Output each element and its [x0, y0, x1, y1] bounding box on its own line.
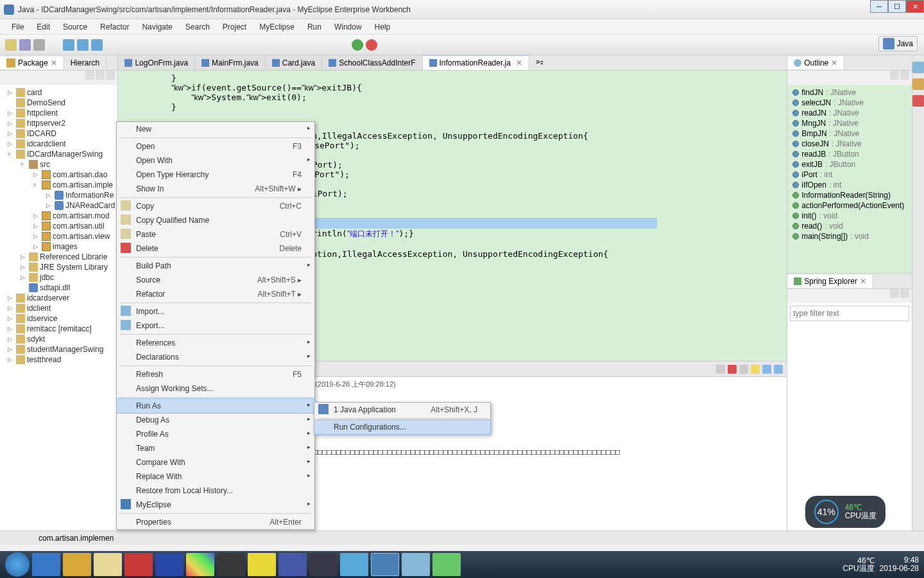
editor-tab[interactable]: SchoolClassAddInterF [322, 55, 422, 70]
tool-icon[interactable] [77, 39, 89, 51]
outline-item[interactable]: actionPerformed(ActionEvent) [790, 200, 909, 211]
outline-tree[interactable]: findJN : JNativeselectJN : JNativereadJN… [787, 85, 912, 273]
close-button[interactable]: ✕ [906, 0, 924, 13]
ctx-copy[interactable]: CopyCtrl+C [117, 199, 314, 213]
run-icon[interactable] [352, 39, 363, 51]
outline-item[interactable]: main(String[]) : void [790, 231, 909, 241]
ctx-profile-as[interactable]: Profile As▸ [117, 427, 314, 441]
package-tree[interactable]: ▷cardDemoSend▷httpclient▷httpserver2▷IDC… [0, 85, 117, 530]
ctx-import[interactable]: Import... [117, 304, 314, 319]
filter-icon[interactable] [900, 71, 909, 80]
ctx-open-type-hierarchy[interactable]: Open Type HierarchyF4 [117, 168, 314, 182]
tree-item[interactable]: ▷card [0, 87, 117, 98]
ctx-refactor[interactable]: RefactorAlt+Shift+T ▸ [117, 287, 314, 301]
save-icon[interactable] [19, 39, 31, 51]
tool-icon[interactable] [63, 39, 74, 51]
tree-item[interactable]: ▷images [0, 241, 117, 252]
ctx-myeclipse[interactable]: MyEclipse▸ [117, 498, 314, 512]
ctx-team[interactable]: Team▸ [117, 441, 314, 455]
spring-filter-input[interactable] [790, 306, 909, 321]
tree-item[interactable]: ▷com.artisan.dao [0, 170, 117, 180]
clear-icon[interactable] [751, 365, 760, 374]
ctx-references[interactable]: References▸ [117, 336, 314, 350]
menu-icon[interactable] [106, 71, 115, 80]
ctx-copy-qualified[interactable]: Copy Qualified Name [117, 213, 314, 227]
taskbar-app-icon[interactable] [309, 553, 338, 576]
ctx-run-as[interactable]: Run As▸ [116, 398, 315, 414]
link-icon[interactable] [900, 289, 909, 298]
perspective-switcher[interactable]: Java [878, 36, 918, 51]
menu-project[interactable]: Project [216, 22, 253, 31]
close-icon[interactable]: ✕ [51, 58, 57, 67]
outline-item[interactable]: readJB : JButton [790, 149, 909, 159]
ctx-open[interactable]: OpenF3 [117, 139, 314, 153]
ctx-open-with[interactable]: Open With▸ [117, 153, 314, 168]
scroll-icon[interactable] [762, 365, 771, 374]
ctx-properties[interactable]: PropertiesAlt+Enter [117, 515, 314, 529]
taskbar-app-icon[interactable] [248, 553, 276, 576]
tree-item[interactable]: ▿IDCardManagerSwing [0, 149, 117, 159]
hierarchy-tab[interactable]: Hierarch [64, 57, 107, 69]
tree-item[interactable]: ▷httpclient [0, 108, 117, 118]
fastview-icon[interactable] [912, 62, 924, 73]
taskbar-explorer-icon[interactable] [94, 553, 122, 576]
fastview-icon[interactable] [912, 95, 924, 107]
outline-item[interactable]: read() : void [790, 221, 909, 231]
menu-search[interactable]: Search [179, 22, 216, 31]
tree-item[interactable]: sdtapi.dll [0, 283, 117, 293]
ctx-restore[interactable]: Restore from Local History... [117, 484, 314, 498]
tree-item[interactable]: ▷idclient [0, 303, 117, 313]
tree-item[interactable]: ▷idservice [0, 313, 117, 324]
remove-icon[interactable] [728, 365, 737, 374]
tree-item[interactable]: ▷IDCARD [0, 128, 117, 139]
menu-source[interactable]: Source [56, 22, 94, 31]
submenu-java-application[interactable]: 1 Java ApplicationAlt+Shift+X, J [314, 403, 490, 417]
taskbar-app-icon[interactable] [124, 553, 153, 576]
ctx-debug-as[interactable]: Debug As▸ [117, 413, 314, 427]
package-tab[interactable]: Package ✕ [0, 57, 64, 69]
taskbar-app-icon[interactable] [217, 553, 245, 576]
taskbar-app-icon[interactable] [402, 553, 430, 576]
editor-tab[interactable]: MainFrm.java [195, 55, 266, 70]
sort-icon[interactable] [890, 71, 899, 80]
spring-tab[interactable]: Spring Explorer ✕ [787, 275, 873, 288]
taskbar-app-icon[interactable] [155, 553, 184, 576]
ctx-delete[interactable]: DeleteDelete [117, 241, 314, 256]
outline-item[interactable]: InformationReader(String) [790, 190, 909, 200]
tray-clock[interactable]: 9:48 2019-06-28 [880, 556, 919, 573]
editor-tab[interactable]: LogOnFrm.java [118, 55, 195, 70]
editor-tab[interactable]: Card.java [266, 55, 322, 70]
menu-file[interactable]: File [5, 22, 30, 31]
tree-item[interactable]: ▷com.artisan.util [0, 221, 117, 231]
ctx-source[interactable]: SourceAlt+Shift+S ▸ [117, 273, 314, 287]
outline-item[interactable]: MngJN : JNative [790, 118, 909, 128]
close-icon[interactable]: ✕ [860, 277, 866, 286]
tree-item[interactable]: ▷com.artisan.view [0, 231, 117, 241]
ctx-export[interactable]: Export... [117, 319, 314, 333]
ctx-new[interactable]: New▸ [117, 122, 314, 136]
terminate-icon[interactable] [716, 365, 725, 374]
tree-item[interactable]: ▿src [0, 159, 117, 170]
menu-run[interactable]: Run [301, 22, 328, 31]
tree-item[interactable]: ▷InformationRe [0, 190, 117, 200]
menu-navigate[interactable]: Navigate [135, 22, 178, 31]
fastview-icon[interactable] [912, 78, 924, 90]
removeall-icon[interactable] [739, 365, 748, 374]
close-icon[interactable]: ✕ [516, 58, 522, 67]
tree-item[interactable]: ▷remitacc [remitacc] [0, 324, 117, 334]
outline-item[interactable]: iPort : int [790, 170, 909, 180]
tree-item[interactable]: ▷httpserver2 [0, 118, 117, 128]
close-icon[interactable]: ✕ [831, 58, 837, 67]
tree-item[interactable]: ▷idcardclient [0, 139, 117, 149]
tree-item[interactable]: ▷studentManagerSwing [0, 344, 117, 355]
taskbar-app-icon[interactable] [340, 553, 368, 576]
tree-item[interactable]: ▷idcardserver [0, 293, 117, 303]
tree-item[interactable]: DemoSend [0, 98, 117, 108]
ctx-show-in[interactable]: Show InAlt+Shift+W ▸ [117, 182, 314, 196]
outline-item[interactable]: selectJN : JNative [790, 98, 909, 108]
collapse-icon[interactable] [85, 71, 94, 80]
taskbar-app-icon[interactable] [432, 553, 461, 576]
editor-tab-active[interactable]: InformationReader.ja✕ [423, 55, 529, 70]
taskbar-chrome-icon[interactable] [186, 553, 214, 576]
ctx-build-path[interactable]: Build Path▸ [117, 259, 314, 273]
